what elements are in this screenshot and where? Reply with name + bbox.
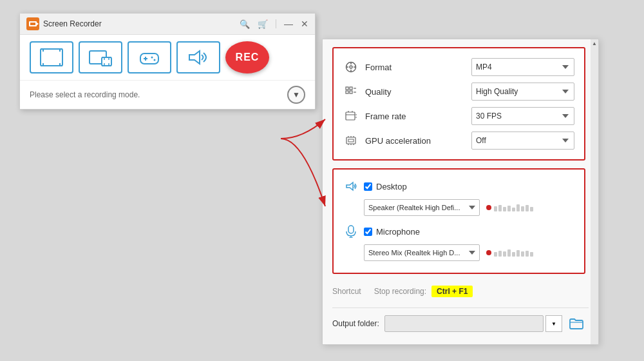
game-mode-btn[interactable] xyxy=(128,41,171,73)
titlebar-controls: 🔍 🛒 — ✕ xyxy=(240,19,308,29)
vol-bar-3 xyxy=(503,207,506,211)
gpu-label: GPU acceleration xyxy=(365,136,471,146)
vol-bar-8 xyxy=(526,205,529,211)
frame-rate-label: Frame rate xyxy=(365,112,471,121)
svg-point-7 xyxy=(154,59,156,61)
vol-bar-4 xyxy=(507,206,511,211)
recorder-window: Screen Recorder 🔍 🛒 — ✕ xyxy=(19,13,316,110)
vol-bar-5 xyxy=(512,208,515,211)
quality-row: Quality High Quality Medium Quality Low … xyxy=(343,79,574,104)
svg-rect-15 xyxy=(346,87,348,90)
mic-vol-bar-9 xyxy=(530,252,533,257)
microphone-device-row: Stereo Mix (Realtek High D... xyxy=(364,244,574,261)
desktop-device-row: Speaker (Realtek High Defi... xyxy=(364,199,574,216)
gpu-row: GPU acceleration Off On xyxy=(343,128,574,153)
minimize-button[interactable]: — xyxy=(284,19,293,28)
fullscreen-mode-btn[interactable] xyxy=(30,41,73,73)
audio-settings-section: Desktop Speaker (Realtek High Defi... xyxy=(332,168,585,274)
search-icon[interactable]: 🔍 xyxy=(240,19,250,29)
settings-panel: ▲ Format MP4 AVI MOV GIF xyxy=(322,39,599,345)
audio-mode-btn[interactable] xyxy=(176,41,220,73)
shortcut-section: Shortcut Stop recording: Ctrl + F1 xyxy=(332,282,585,301)
vol-bar-2 xyxy=(498,205,502,211)
microphone-icon xyxy=(343,224,359,239)
format-label: Format xyxy=(365,63,471,72)
quality-select[interactable]: High Quality Medium Quality Low Quality xyxy=(471,83,574,101)
desktop-audio-icon xyxy=(343,179,359,194)
desktop-device-select[interactable]: Speaker (Realtek High Defi... xyxy=(364,199,480,216)
svg-rect-2 xyxy=(102,57,111,66)
frame-rate-icon xyxy=(343,108,359,124)
shortcut-key: Ctrl + F1 xyxy=(431,286,473,297)
svg-rect-27 xyxy=(346,137,355,144)
desktop-vol-bars xyxy=(494,204,533,211)
microphone-checkbox[interactable] xyxy=(364,228,372,236)
svg-marker-35 xyxy=(346,182,353,190)
mic-vol-bar-2 xyxy=(498,251,502,257)
vol-bar-9 xyxy=(530,207,533,211)
mic-vol-bars xyxy=(494,249,533,257)
expand-settings-button[interactable]: ▼ xyxy=(287,86,305,104)
quality-icon xyxy=(343,84,359,99)
chevron-down-icon: ▼ xyxy=(292,90,300,99)
format-row: Format MP4 AVI MOV GIF xyxy=(343,55,574,79)
output-section: Output folder: ▼ xyxy=(332,311,585,337)
close-button[interactable]: ✕ xyxy=(301,19,308,28)
format-select[interactable]: MP4 AVI MOV GIF xyxy=(471,58,574,76)
frame-rate-row: Frame rate 15 FPS 20 FPS 30 FPS 60 FPS xyxy=(343,104,574,128)
stop-shortcut: Stop recording: Ctrl + F1 xyxy=(374,286,473,297)
svg-rect-16 xyxy=(350,87,352,90)
desktop-audio-row: Desktop xyxy=(343,176,574,197)
microphone-volume xyxy=(486,249,533,257)
scroll-up-icon[interactable]: ▲ xyxy=(592,41,597,46)
microphone-device-select[interactable]: Stereo Mix (Realtek High D... xyxy=(364,244,480,261)
output-label: Output folder: xyxy=(332,319,379,328)
svg-point-6 xyxy=(151,57,153,59)
microphone-row: Microphone xyxy=(343,221,574,242)
chevron-down-icon: ▼ xyxy=(551,321,556,327)
mic-vol-bar-7 xyxy=(521,251,524,257)
svg-rect-17 xyxy=(346,91,348,93)
vol-bar-1 xyxy=(494,206,497,211)
stop-recording-label: Stop recording: xyxy=(374,287,426,296)
svg-rect-3 xyxy=(140,54,158,64)
status-message: Please select a recording mode. xyxy=(30,90,140,99)
cart-icon[interactable]: 🛒 xyxy=(258,19,268,29)
app-icon xyxy=(26,17,39,30)
vol-bar-6 xyxy=(516,204,520,211)
mic-vol-bar-6 xyxy=(516,250,520,257)
mic-vol-bar-1 xyxy=(494,252,497,257)
svg-marker-8 xyxy=(189,51,200,64)
svg-point-10 xyxy=(350,66,352,68)
svg-rect-21 xyxy=(346,112,355,120)
gpu-select[interactable]: Off On xyxy=(471,132,574,150)
app-icon-inner xyxy=(29,21,37,26)
divider xyxy=(332,307,589,308)
browse-folder-button[interactable] xyxy=(567,315,585,333)
separator xyxy=(276,19,276,28)
svg-rect-18 xyxy=(350,91,352,93)
format-icon xyxy=(343,59,359,75)
mic-vol-bar-8 xyxy=(526,251,529,257)
output-path-dropdown[interactable]: ▼ xyxy=(545,315,562,332)
scrollbar[interactable]: ▲ xyxy=(591,39,598,344)
mic-vol-bar-5 xyxy=(512,252,515,257)
mic-vol-dot xyxy=(486,250,491,255)
status-bar: Please select a recording mode. ▼ xyxy=(20,80,315,109)
video-settings-section: Format MP4 AVI MOV GIF Quality xyxy=(332,47,585,161)
microphone-label: Microphone xyxy=(376,227,420,237)
vol-bar-7 xyxy=(521,206,524,211)
mic-vol-bar-3 xyxy=(503,251,506,257)
desktop-volume xyxy=(486,204,533,211)
titlebar-left: Screen Recorder xyxy=(26,17,102,30)
output-path-input[interactable] xyxy=(384,315,544,332)
region-mode-btn[interactable] xyxy=(79,41,122,73)
titlebar: Screen Recorder 🔍 🛒 — ✕ xyxy=(20,14,315,35)
frame-rate-select[interactable]: 15 FPS 20 FPS 30 FPS 60 FPS xyxy=(471,107,574,125)
svg-rect-0 xyxy=(41,49,62,66)
desktop-checkbox[interactable] xyxy=(364,182,372,191)
rec-button[interactable]: REC xyxy=(225,41,269,73)
svg-rect-28 xyxy=(348,139,354,142)
svg-rect-36 xyxy=(348,226,354,233)
desktop-vol-dot xyxy=(486,205,491,210)
